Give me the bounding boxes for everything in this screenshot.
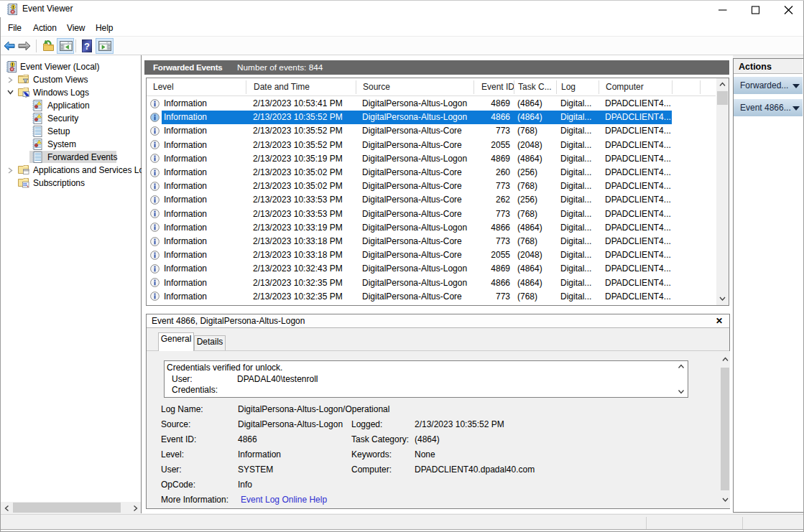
svg-text:?: ? [84, 41, 90, 52]
